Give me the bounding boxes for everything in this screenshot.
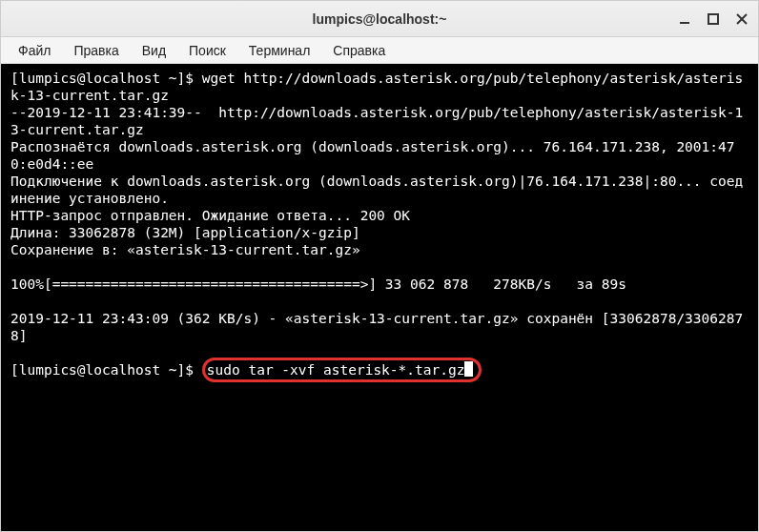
terminal-output[interactable]: [lumpics@localhost ~]$ wget http://downl…: [1, 64, 758, 531]
terminal-line: Длина: 33062878 (32M) [application/x-gzi…: [10, 224, 749, 241]
terminal-line: Сохранение в: «asterisk-13-current.tar.g…: [10, 241, 749, 258]
menubar: Файл Правка Вид Поиск Терминал Справка: [1, 37, 758, 64]
menu-terminal[interactable]: Терминал: [239, 39, 319, 62]
close-button[interactable]: [733, 10, 750, 28]
menu-edit[interactable]: Правка: [64, 39, 128, 62]
terminal-line: 2019-12-11 23:43:09 (362 KB/s) - «asteri…: [10, 310, 749, 344]
window-title: lumpics@localhost:~: [313, 11, 447, 27]
prompt: [lumpics@localhost ~]$: [10, 71, 202, 86]
terminal-line: [lumpics@localhost ~]$ wget http://downl…: [10, 70, 749, 104]
prompt: [lumpics@localhost ~]$: [10, 362, 202, 378]
command-text: sudo tar -xvf asterisk-*.tar.gz: [207, 362, 465, 378]
terminal-line: --2019-12-11 23:41:39-- http://downloads…: [10, 104, 749, 138]
terminal-line: [lumpics@localhost ~]$ sudo tar -xvf ast…: [10, 361, 749, 379]
terminal-line: Подключение к downloads.asterisk.org (do…: [10, 173, 749, 207]
menu-file[interactable]: Файл: [9, 39, 60, 62]
menu-search[interactable]: Поиск: [179, 39, 236, 62]
command-highlight: sudo tar -xvf asterisk-*.tar.gz: [202, 358, 482, 382]
maximize-button[interactable]: [705, 10, 722, 28]
menu-help[interactable]: Справка: [323, 39, 395, 62]
minimize-button[interactable]: [676, 10, 693, 28]
terminal-line: Распознаётся downloads.asterisk.org (dow…: [10, 138, 749, 173]
window-controls: [676, 10, 750, 28]
svg-rect-1: [708, 14, 718, 24]
terminal-line: 100%[===================================…: [10, 276, 749, 293]
terminal-line: [10, 258, 749, 276]
cursor-icon: [464, 361, 473, 377]
terminal-line: [10, 293, 749, 310]
terminal-line: HTTP-запрос отправлен. Ожидание ответа..…: [10, 207, 749, 224]
terminal-window: lumpics@localhost:~ Файл Правка Вид Поис…: [0, 0, 759, 532]
menu-view[interactable]: Вид: [133, 39, 175, 62]
titlebar: lumpics@localhost:~: [1, 1, 758, 37]
